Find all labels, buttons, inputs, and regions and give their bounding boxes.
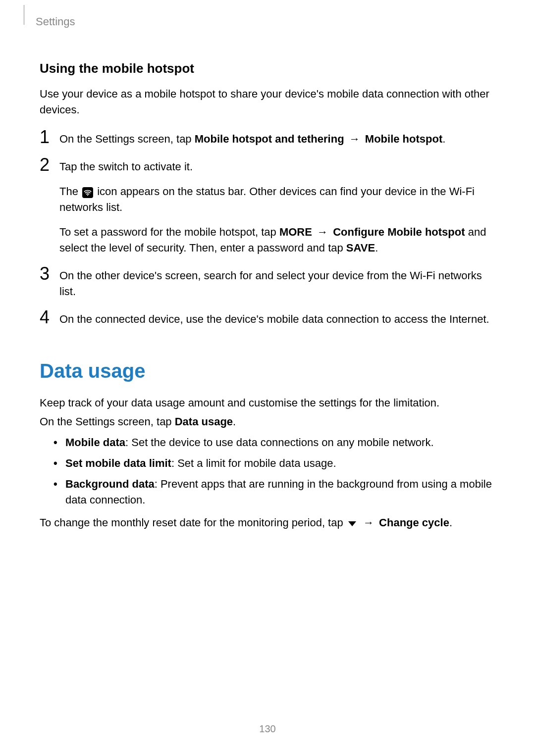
dropdown-icon <box>347 516 357 532</box>
step: 2 Tap the switch to activate it. The <box>40 156 495 255</box>
text: . <box>375 242 378 254</box>
step-body: On the Settings screen, tap Mobile hotsp… <box>59 128 495 147</box>
steps-list: 1 On the Settings screen, tap Mobile hot… <box>40 128 495 327</box>
paragraph: On the Settings screen, tap Data usage. <box>40 414 495 430</box>
bold-text: Change cycle <box>379 516 449 529</box>
svg-marker-1 <box>348 521 356 526</box>
hotspot-icon <box>82 187 93 198</box>
page: Settings Using the mobile hotspot Use yo… <box>0 0 535 756</box>
bold-text: Mobile hotspot <box>365 133 442 145</box>
text: To set a password for the mobile hotspot… <box>59 226 279 238</box>
header-section-label: Settings <box>36 14 75 30</box>
arrow-text: → <box>344 133 365 145</box>
step-number: 3 <box>40 265 59 283</box>
step: 1 On the Settings screen, tap Mobile hot… <box>40 128 495 147</box>
bold-text: SAVE <box>346 242 375 254</box>
text: On the Settings screen, tap <box>59 133 195 145</box>
text: icon appears on the status bar. Other de… <box>59 185 475 213</box>
intro-paragraph: Use your device as a mobile hotspot to s… <box>40 86 495 118</box>
step: 4 On the connected device, use the devic… <box>40 308 495 327</box>
bullet-list: Mobile data: Set the device to use data … <box>40 435 495 508</box>
list-item: Background data: Prevent apps that are r… <box>54 476 495 508</box>
step-number: 1 <box>40 128 59 146</box>
arrow-text: → <box>312 226 333 238</box>
step-number: 2 <box>40 156 59 174</box>
paragraph: Keep track of your data usage amount and… <box>40 395 495 411</box>
text: To change the monthly reset date for the… <box>40 516 346 529</box>
bold-text: Mobile hotspot and tethering <box>195 133 344 145</box>
text: On the connected device, use the device'… <box>59 311 495 327</box>
step-number: 4 <box>40 308 59 326</box>
bold-text: Data usage <box>175 415 233 428</box>
text: : Set a limit for mobile data usage. <box>171 457 336 469</box>
step-body: On the other device's screen, search for… <box>59 265 495 300</box>
step: 3 On the other device's screen, search f… <box>40 265 495 300</box>
bold-text: Configure Mobile hotspot <box>333 226 465 238</box>
bold-text: Mobile data <box>65 436 125 449</box>
text: . <box>233 415 236 428</box>
bold-text: Background data <box>65 478 155 490</box>
step-body: On the connected device, use the device'… <box>59 308 495 327</box>
text: Tap the switch to activate it. <box>59 159 495 175</box>
section-title: Data usage <box>40 356 495 385</box>
list-item: Set mobile data limit: Set a limit for m… <box>54 455 495 471</box>
list-item: Mobile data: Set the device to use data … <box>54 435 495 451</box>
page-number: 130 <box>0 722 535 736</box>
paragraph: To change the monthly reset date for the… <box>40 515 495 532</box>
step-body: Tap the switch to activate it. The icon <box>59 156 495 255</box>
bold-text: Set mobile data limit <box>65 457 171 469</box>
text: On the other device's screen, search for… <box>59 268 495 300</box>
subsection-heading: Using the mobile hotspot <box>40 59 495 78</box>
text: . <box>442 133 445 145</box>
header-rule <box>24 5 24 25</box>
bold-text: MORE <box>279 226 312 238</box>
arrow-text: → <box>361 516 379 529</box>
text: The <box>59 185 81 198</box>
svg-point-0 <box>87 195 88 196</box>
content: Using the mobile hotspot Use your device… <box>40 59 495 532</box>
text: On the Settings screen, tap <box>40 415 175 428</box>
text: : Set the device to use data connections… <box>125 436 434 449</box>
text: . <box>449 516 452 529</box>
